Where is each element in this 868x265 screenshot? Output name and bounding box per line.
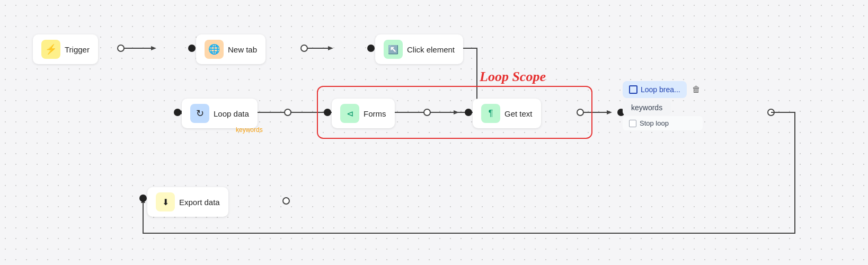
svg-point-25 — [283, 198, 289, 204]
new-tab-label: New tab — [228, 45, 257, 54]
click-element-icon: ↖️ — [384, 40, 403, 59]
keywords-row: keywords — [623, 100, 703, 115]
stop-loop-label: Stop loop — [640, 119, 669, 127]
click-element-node[interactable]: ↖️ Click element — [375, 34, 463, 64]
svg-point-12 — [285, 109, 291, 116]
forms-node[interactable]: ⊲ Forms — [332, 99, 395, 128]
stop-loop-checkbox[interactable] — [629, 120, 636, 127]
svg-point-10 — [174, 109, 181, 116]
svg-point-3 — [189, 45, 195, 51]
loop-data-label: Loop data — [214, 109, 249, 118]
loop-break-panel: Loop brea... 🗑 keywords Stop loop — [623, 81, 703, 130]
get-text-label: Get text — [504, 109, 533, 118]
svg-point-2 — [118, 45, 124, 51]
new-tab-node[interactable]: 🌐 New tab — [196, 34, 265, 64]
export-data-label: Export data — [179, 198, 220, 207]
svg-marker-19 — [607, 110, 612, 114]
export-data-node[interactable]: ⬇ Export data — [147, 187, 228, 217]
svg-marker-1 — [151, 46, 156, 50]
loop-data-node[interactable]: ↻ Loop data — [182, 99, 258, 128]
get-text-icon: ¶ — [481, 104, 500, 123]
forms-icon: ⊲ — [340, 104, 359, 123]
loop-break-label: Loop brea... — [641, 85, 680, 94]
click-element-label: Click element — [407, 45, 455, 54]
forms-label: Forms — [364, 109, 386, 118]
trigger-icon: ⚡ — [41, 40, 60, 59]
loop-break-delete-button[interactable]: 🗑 — [690, 83, 703, 96]
get-text-node[interactable]: ¶ Get text — [473, 99, 541, 128]
keywords-chip[interactable]: keywords — [623, 100, 671, 115]
svg-point-7 — [368, 45, 374, 51]
loop-data-icon: ↻ — [190, 104, 209, 123]
new-tab-icon: 🌐 — [205, 40, 224, 59]
stop-loop-item[interactable]: Stop loop — [623, 116, 703, 130]
svg-point-22 — [768, 109, 774, 116]
export-data-icon: ⬇ — [156, 192, 175, 211]
trigger-node[interactable]: ⚡ Trigger — [33, 34, 98, 64]
svg-point-6 — [301, 45, 307, 51]
loop-break-icon — [629, 85, 637, 94]
loop-scope-label: Loop Scope — [480, 69, 546, 85]
keywords-under-loop: keywords — [236, 126, 263, 134]
svg-marker-23 — [141, 198, 145, 203]
svg-point-24 — [140, 195, 146, 201]
trigger-label: Trigger — [65, 45, 90, 54]
loop-break-header[interactable]: Loop brea... — [623, 81, 687, 98]
svg-marker-5 — [328, 46, 333, 50]
